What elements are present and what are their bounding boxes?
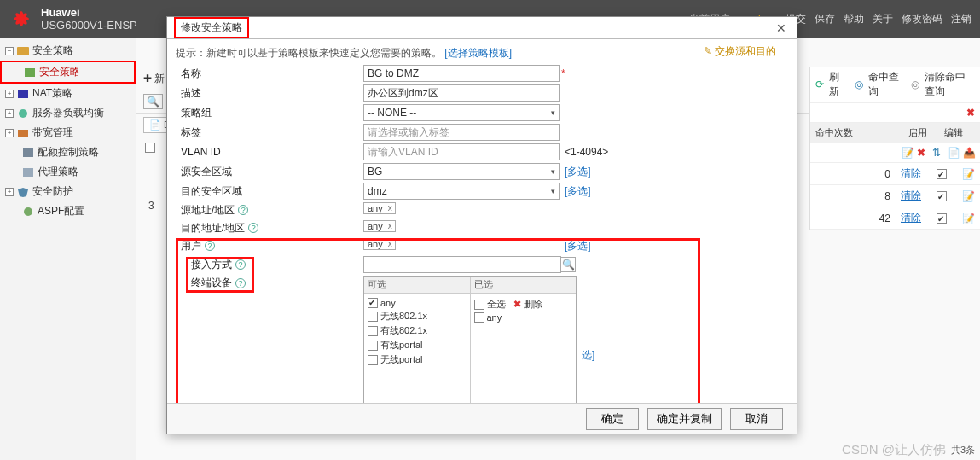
- clear-hit-label[interactable]: 清除命中查询: [925, 70, 976, 99]
- tree-item-protection[interactable]: + 安全防护: [0, 182, 136, 201]
- tree-item-quota[interactable]: 配额控制策略: [0, 143, 136, 162]
- opt-checkbox[interactable]: [368, 312, 378, 322]
- opt-checkbox[interactable]: [368, 341, 378, 351]
- expand-icon[interactable]: +: [5, 90, 14, 98]
- clear-link[interactable]: 清除: [901, 211, 921, 225]
- edit-icon[interactable]: 📝: [902, 147, 913, 159]
- dual-col-available: any 无线802.1x 有线802.1x 有线portal 无线portal: [364, 294, 471, 403]
- right-panel: ⟳刷新 ◎命中查询 ◎清除命中查询 ✖ 命中次数 启用 编辑 📝 ✖ ⇅ 📄 📤…: [809, 67, 980, 230]
- opt-checkbox[interactable]: [368, 355, 378, 365]
- help-link[interactable]: 帮助: [844, 12, 864, 26]
- change-pwd-link[interactable]: 修改密码: [902, 12, 942, 26]
- tree-item-slb[interactable]: + 服务器负载均衡: [0, 103, 136, 123]
- svg-rect-9: [23, 148, 33, 157]
- help-icon[interactable]: ?: [235, 278, 246, 288]
- opt-wportal[interactable]: 有线portal: [380, 339, 423, 352]
- tree-root[interactable]: − 安全策略: [0, 41, 136, 61]
- delete-sel-icon[interactable]: ✖: [513, 299, 521, 310]
- multi-link[interactable]: [多选]: [565, 184, 591, 199]
- opt-w8021x2[interactable]: 有线802.1x: [380, 324, 427, 337]
- enable-checkbox[interactable]: [937, 213, 947, 224]
- collapse-icon[interactable]: −: [5, 47, 14, 55]
- svg-rect-8: [18, 130, 28, 137]
- tag-any[interactable]: any: [363, 220, 396, 232]
- svg-rect-4: [17, 47, 29, 55]
- search-icon[interactable]: 🔍: [560, 257, 576, 272]
- tree-item-aspf[interactable]: ASPF配置: [0, 201, 136, 221]
- export-icon[interactable]: 📤: [963, 147, 975, 159]
- multi-link[interactable]: 选]: [582, 348, 594, 363]
- logout-link[interactable]: 注销: [951, 12, 971, 26]
- delete-sel-label[interactable]: 删除: [524, 298, 542, 311]
- expand-icon[interactable]: +: [5, 129, 14, 137]
- enable-checkbox[interactable]: [937, 169, 947, 179]
- help-icon[interactable]: ?: [205, 241, 215, 251]
- opt-any[interactable]: any: [380, 298, 396, 308]
- dstzone-select[interactable]: dmz▾: [363, 183, 560, 200]
- dstaddr-field[interactable]: any: [363, 220, 560, 236]
- group-select[interactable]: -- NONE --▾: [363, 104, 560, 121]
- hit-label[interactable]: 命中查询: [868, 70, 902, 99]
- copy-icon[interactable]: 📄: [948, 147, 960, 159]
- tree-item-bandwidth[interactable]: + 带宽管理: [0, 123, 136, 143]
- hit-query-button[interactable]: ◎: [855, 79, 863, 90]
- opt-checkbox[interactable]: [368, 298, 378, 308]
- opt-checkbox[interactable]: [368, 326, 378, 336]
- opt-wl8021x[interactable]: 无线802.1x: [380, 310, 427, 323]
- enable-checkbox[interactable]: [937, 191, 947, 201]
- srcaddr-field[interactable]: any: [363, 202, 560, 218]
- row-edit-icon[interactable]: 📝: [962, 168, 975, 180]
- row-edit-icon[interactable]: 📝: [962, 213, 975, 224]
- hit-count: 0: [815, 168, 896, 180]
- clear-link[interactable]: 清除: [901, 166, 921, 181]
- help-icon[interactable]: ?: [235, 259, 246, 270]
- tree-label: 代理策略: [38, 165, 78, 179]
- tag-input[interactable]: [363, 124, 560, 141]
- multi-link[interactable]: [多选]: [565, 239, 591, 253]
- desc-input[interactable]: [363, 84, 560, 102]
- close-icon[interactable]: ✕: [773, 21, 790, 35]
- tree-item-proxy[interactable]: 代理策略: [0, 162, 136, 182]
- clear-link[interactable]: 清除: [901, 189, 921, 203]
- move-icon[interactable]: ⇅: [932, 147, 944, 159]
- label-tag: 标签: [176, 125, 363, 140]
- expand-icon[interactable]: +: [5, 188, 14, 196]
- label-desc: 描述: [176, 86, 363, 101]
- cancel-button[interactable]: 取消: [730, 408, 783, 430]
- opt-checkbox[interactable]: [474, 312, 484, 323]
- tree-item-security-policy[interactable]: 安全策略: [0, 61, 136, 84]
- delete-icon[interactable]: ✖: [917, 147, 929, 159]
- select-all-checkbox[interactable]: [474, 300, 484, 310]
- help-icon[interactable]: ?: [248, 223, 258, 233]
- clear-hit-button[interactable]: ◎: [911, 79, 919, 90]
- sel-any[interactable]: any: [487, 312, 502, 323]
- folder-icon: [17, 46, 29, 56]
- help-icon[interactable]: ?: [238, 205, 248, 215]
- srczone-select[interactable]: BG▾: [363, 163, 560, 180]
- name-input[interactable]: [363, 65, 560, 82]
- refresh-label[interactable]: 刷新: [829, 70, 846, 99]
- multi-link[interactable]: [多选]: [565, 165, 591, 179]
- ok-copy-button[interactable]: 确定并复制: [647, 408, 722, 430]
- user-field[interactable]: any: [363, 238, 560, 253]
- template-link[interactable]: [选择策略模板]: [444, 47, 512, 59]
- tag-any[interactable]: any: [363, 202, 396, 214]
- select-all-label[interactable]: 全选: [487, 298, 506, 311]
- huawei-logo-icon: [9, 9, 34, 28]
- search-icon[interactable]: 🔍: [143, 94, 163, 109]
- swap-src-dst-link[interactable]: 交换源和目的: [704, 44, 776, 59]
- refresh-button[interactable]: ⟳: [815, 79, 824, 90]
- row-checkbox[interactable]: [145, 143, 155, 153]
- save-link[interactable]: 保存: [815, 12, 835, 26]
- vlan-input[interactable]: [363, 143, 560, 160]
- row-edit-icon[interactable]: 📝: [962, 190, 975, 202]
- add-button-partial[interactable]: ✚ 新: [143, 72, 165, 86]
- ok-button[interactable]: 确定: [586, 408, 639, 430]
- delete-all-icon[interactable]: ✖: [966, 107, 975, 119]
- tree-item-nat[interactable]: + NAT策略: [0, 84, 136, 103]
- about-link[interactable]: 关于: [873, 12, 893, 26]
- access-search-input[interactable]: [363, 256, 561, 273]
- expand-icon[interactable]: +: [5, 109, 14, 118]
- opt-wlportal[interactable]: 无线portal: [380, 353, 423, 366]
- tag-any[interactable]: any: [363, 238, 396, 250]
